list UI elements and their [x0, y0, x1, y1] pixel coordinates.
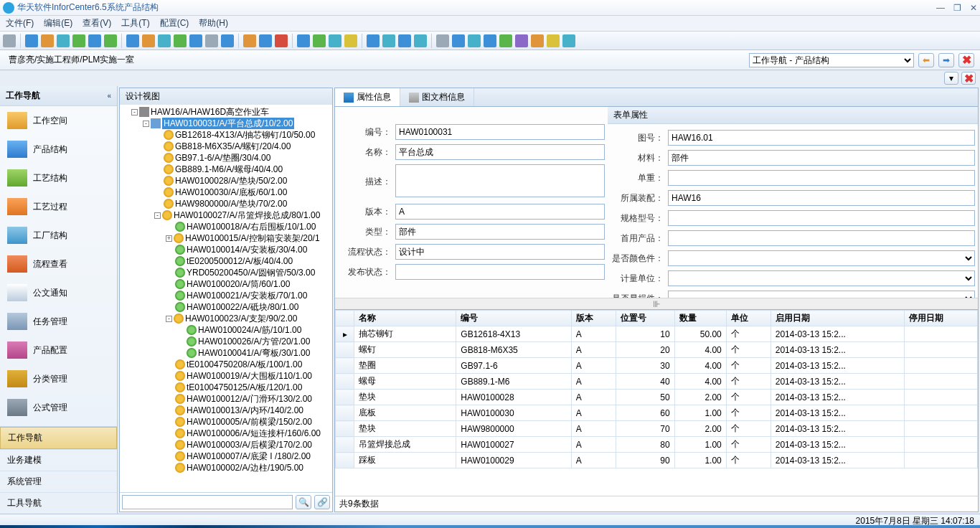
table-header[interactable]: 编号	[456, 311, 571, 326]
field-parent-asm[interactable]	[668, 190, 975, 206]
table-header[interactable]: 单位	[726, 311, 771, 326]
sidebar-item[interactable]: 流程查看	[0, 250, 117, 278]
tool-icon[interactable]	[158, 34, 171, 47]
sidebar-section[interactable]: 业务建模	[0, 449, 117, 471]
tool-icon[interactable]	[88, 34, 101, 47]
expand-icon[interactable]: -	[131, 109, 138, 116]
tree-node[interactable]: HAW0100015/A/控制箱安装架/20/1	[185, 232, 320, 244]
tree-node[interactable]: HAW0100002/A/边柱/190/5.00	[187, 462, 303, 473]
field-type[interactable]	[395, 224, 605, 240]
field-unit[interactable]	[668, 270, 975, 286]
tree-node[interactable]: HAW0100021/A/安装板/70/1.00	[187, 290, 307, 301]
copy-icon[interactable]	[259, 34, 272, 47]
table-header[interactable]: 位置号	[616, 311, 674, 326]
table-header[interactable]	[336, 311, 354, 326]
field-publish-status[interactable]	[395, 264, 605, 280]
tool-icon[interactable]	[3, 34, 16, 47]
field-color-part[interactable]	[668, 250, 975, 266]
sidebar-section[interactable]: 工具导航	[0, 492, 117, 514]
field-drawing-no[interactable]	[668, 130, 975, 146]
tree-node[interactable]: tE01004750208/A/板/100/1.00	[187, 359, 302, 370]
tool-icon[interactable]	[329, 34, 341, 47]
tool-icon[interactable]	[221, 34, 234, 47]
tool-icon[interactable]	[499, 34, 512, 47]
tree-node[interactable]: HAW0100023/A/支架/90/2.00	[185, 313, 297, 324]
tree-node[interactable]: HAW0100027/A/吊篮焊接总成/80/1.00	[174, 209, 320, 221]
menu-tool[interactable]: 工具(T)	[121, 17, 149, 29]
table-header[interactable]: 启用日期	[771, 311, 904, 326]
search-icon[interactable]	[344, 34, 357, 47]
sidebar-item[interactable]: 工艺结构	[0, 164, 117, 192]
field-desc[interactable]	[395, 164, 605, 197]
table-row[interactable]: 螺钉GB818-M6X35A204.00个2014-03-13 15:2...	[336, 342, 978, 358]
menu-view[interactable]: 查看(V)	[83, 17, 111, 29]
field-weight[interactable]	[668, 170, 975, 186]
tree-node[interactable]: HAW0100030/A/底板/60/1.00	[175, 187, 287, 198]
design-tree[interactable]: - HAW16/A/HAW16D高空作业车 - HAW0100031/A/平台总…	[120, 105, 332, 492]
tree-node[interactable]: HAW0100026/A/方管/20/1.00	[198, 336, 310, 347]
refresh-icon[interactable]	[313, 34, 326, 47]
tree-search-input[interactable]	[122, 495, 293, 509]
cut-icon[interactable]	[243, 34, 256, 47]
table-header[interactable]: 版本	[571, 311, 616, 326]
tree-node[interactable]: HAW0100020/A/筒/60/1.00	[187, 278, 290, 290]
tool-icon[interactable]	[484, 34, 496, 47]
maximize-button[interactable]: ❐	[953, 3, 961, 13]
table-row[interactable]: 吊篮焊接总成HAW0100027A801.00个2014-03-13 15:2.…	[336, 437, 978, 453]
tab-properties[interactable]: 属性信息	[335, 88, 400, 107]
sidebar-item[interactable]: 工作空间	[0, 106, 117, 135]
tool-icon[interactable]	[515, 34, 528, 47]
tool-icon[interactable]	[452, 34, 465, 47]
tree-node[interactable]: YRD050200450/A/圆钢管/50/3.00	[187, 267, 315, 278]
tree-node[interactable]: tE0200500012/A/板/40/4.00	[187, 255, 293, 267]
sidebar-item[interactable]: 公文通知	[0, 278, 117, 307]
tab-documents[interactable]: 图文档信息	[400, 88, 474, 106]
table-row[interactable]: 底板HAW0100030A601.00个2014-03-13 15:2...	[336, 405, 978, 421]
field-number[interactable]	[395, 124, 605, 140]
field-first-product[interactable]	[668, 230, 975, 246]
tool-icon[interactable]	[126, 34, 139, 47]
tree-node[interactable]: HAW0100028/A/垫块/50/2.00	[175, 175, 287, 187]
back-button[interactable]: ⬅	[918, 53, 934, 67]
tree-node[interactable]: HAW0100005/A/前横梁/150/2.00	[187, 416, 312, 428]
tool-icon[interactable]	[468, 34, 481, 47]
tree-node[interactable]: HAW0100014/A/安装板/30/4.00	[187, 244, 307, 255]
sidebar-item[interactable]: 产品配置	[0, 336, 117, 364]
table-header[interactable]: 停用日期	[904, 311, 977, 326]
tool-icon[interactable]	[25, 34, 38, 47]
field-version[interactable]	[395, 204, 605, 220]
tool-icon[interactable]	[547, 34, 560, 47]
tool-icon[interactable]	[104, 34, 117, 47]
table-row[interactable]: 垫圈GB97.1-6A304.00个2014-03-13 15:2...	[336, 358, 978, 374]
sidebar-item[interactable]: 任务管理	[0, 307, 117, 336]
tree-node-selected[interactable]: HAW0100031/A/平台总成/10/2.00	[162, 118, 294, 129]
expand-icon[interactable]: -	[143, 121, 149, 127]
menu-config[interactable]: 配置(C)	[160, 17, 189, 29]
tool-icon[interactable]	[562, 34, 575, 47]
tool-icon[interactable]	[57, 34, 70, 47]
menu-help[interactable]: 帮助(H)	[199, 17, 228, 29]
tool-icon[interactable]	[41, 34, 54, 47]
field-name[interactable]	[395, 144, 605, 160]
expand-icon[interactable]: -	[154, 212, 161, 219]
table-row[interactable]: 垫块HAW0100028A502.00个2014-03-13 15:2...	[336, 390, 978, 405]
menu-edit[interactable]: 编辑(E)	[44, 17, 72, 29]
tool-icon[interactable]	[531, 34, 544, 47]
tree-node[interactable]: HAW0100024/A/筋/10/1.00	[198, 324, 301, 336]
tool-icon[interactable]	[367, 34, 380, 47]
tree-node[interactable]: GB818-M6X35/A/螺钉/20/4.00	[175, 141, 291, 152]
table-row[interactable]: 踩板HAW0100029A901.00个2014-03-13 15:2...	[336, 453, 978, 468]
expand-icon[interactable]: +	[166, 235, 172, 242]
tree-node[interactable]: HAW0100013/A/内环/140/2.00	[187, 405, 303, 416]
tree-node[interactable]: HAW0100018/A/右后围板/10/1.00	[187, 221, 316, 232]
forward-button[interactable]: ➡	[938, 53, 954, 67]
tree-node[interactable]: HAW0100003/A/后横梁/170/2.00	[187, 439, 312, 451]
table-header[interactable]: 数量	[674, 311, 726, 326]
search-icon[interactable]: 🔍	[296, 495, 311, 509]
nav-selector[interactable]: 工作导航 - 产品结构	[749, 53, 914, 67]
dropdown-button[interactable]: ▾	[944, 72, 958, 85]
close-tab-button[interactable]: ✖	[961, 72, 976, 85]
tree-node[interactable]: HAW0100022/A/砥块/80/1.00	[187, 301, 298, 313]
tree-node[interactable]: tE01004750125/A/板/120/1.00	[187, 382, 302, 393]
sidebar-section[interactable]: 工作导航	[0, 427, 117, 449]
